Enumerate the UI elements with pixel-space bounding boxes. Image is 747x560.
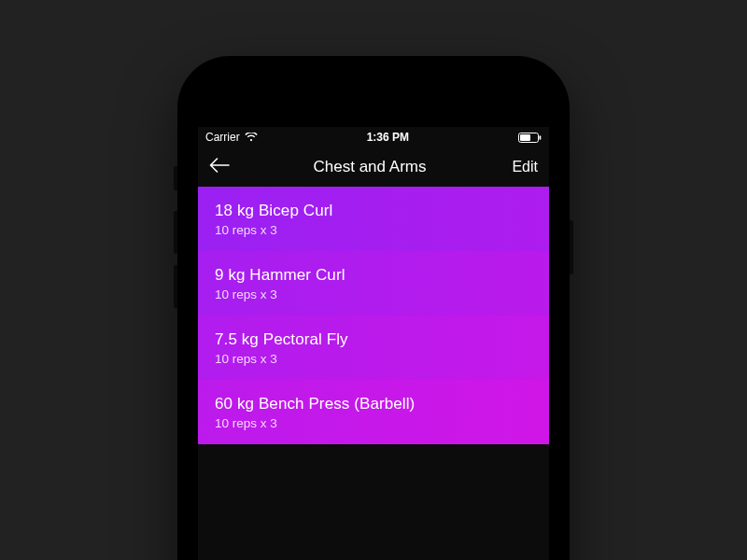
- exercise-title: 9 kg Hammer Curl: [215, 266, 532, 285]
- exercise-sub: 10 reps x 3: [215, 352, 532, 366]
- status-left: Carrier: [205, 131, 258, 144]
- volume-up-button: [174, 211, 177, 254]
- screen: Carrier 1:36 PM: [198, 127, 549, 560]
- exercise-list: 18 kg Bicep Curl 10 reps x 3 9 kg Hammer…: [198, 187, 549, 444]
- status-bar: Carrier 1:36 PM: [198, 127, 549, 147]
- phone-frame: Carrier 1:36 PM: [177, 56, 570, 560]
- carrier-label: Carrier: [205, 131, 240, 144]
- wifi-icon: [245, 133, 258, 142]
- svg-rect-1: [520, 134, 530, 141]
- volume-down-button: [174, 265, 177, 308]
- silence-switch: [174, 166, 177, 190]
- list-item[interactable]: 60 kg Bench Press (Barbell) 10 reps x 3: [198, 380, 549, 444]
- arrow-left-icon: [209, 158, 230, 176]
- edit-button[interactable]: Edit: [500, 159, 538, 175]
- status-time: 1:36 PM: [367, 131, 409, 144]
- list-item[interactable]: 9 kg Hammer Curl 10 reps x 3: [198, 251, 549, 315]
- list-item[interactable]: 7.5 kg Pectoral Fly 10 reps x 3: [198, 315, 549, 380]
- exercise-title: 18 kg Bicep Curl: [215, 202, 532, 220]
- stage: Carrier 1:36 PM: [0, 0, 747, 560]
- page-title: Chest and Arms: [239, 158, 500, 176]
- exercise-title: 7.5 kg Pectoral Fly: [215, 330, 532, 349]
- exercise-sub: 10 reps x 3: [215, 287, 532, 301]
- back-button[interactable]: [209, 158, 239, 176]
- svg-rect-2: [540, 135, 542, 139]
- battery-icon: [518, 133, 542, 143]
- list-item[interactable]: 18 kg Bicep Curl 10 reps x 3: [198, 187, 549, 251]
- exercise-sub: 10 reps x 3: [215, 416, 532, 430]
- power-button: [570, 220, 573, 274]
- nav-bar: Chest and Arms Edit: [198, 147, 549, 187]
- exercise-title: 60 kg Bench Press (Barbell): [215, 395, 532, 413]
- exercise-sub: 10 reps x 3: [215, 223, 532, 237]
- status-right: [518, 133, 542, 143]
